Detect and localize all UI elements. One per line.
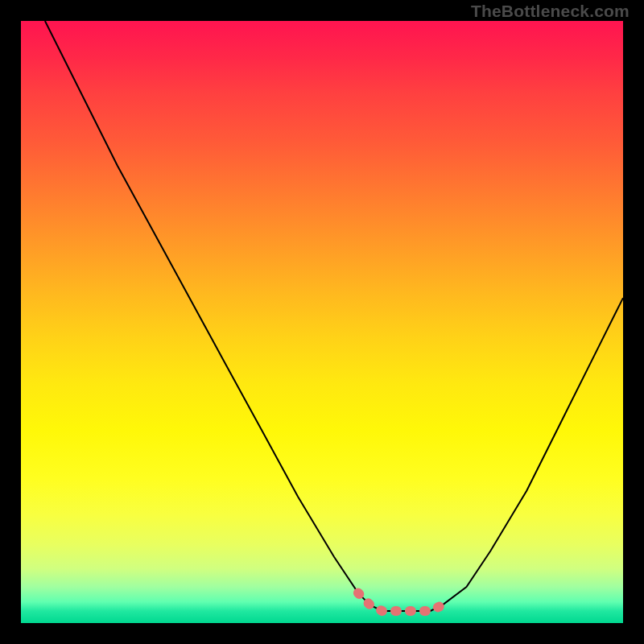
curve-svg [21, 21, 623, 623]
chart-container: TheBottleneck.com [0, 0, 644, 644]
watermark-text: TheBottleneck.com [471, 2, 630, 21]
highlight-zone [358, 593, 443, 611]
plot-area [21, 21, 623, 623]
bottleneck-curve [45, 21, 623, 611]
